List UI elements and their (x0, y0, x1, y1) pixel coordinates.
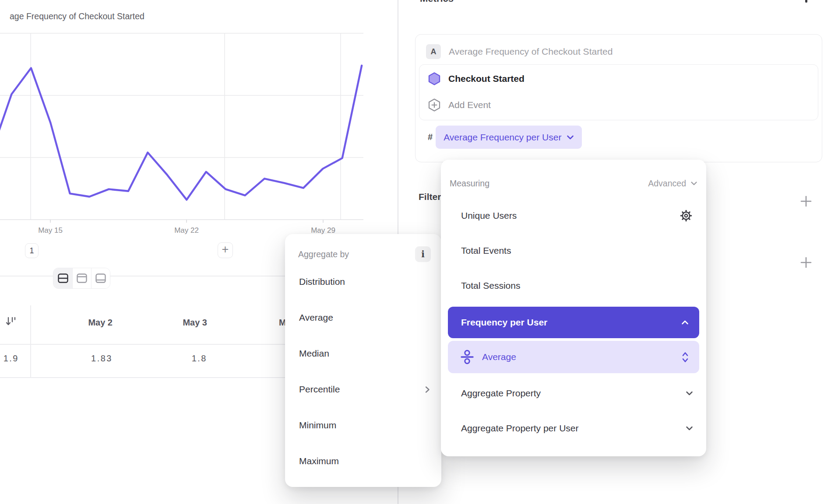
advanced-label: Advanced (648, 178, 686, 189)
measuring-menu: Measuring Advanced Unique Users (441, 160, 706, 456)
split-top-icon (76, 273, 88, 284)
menu-item-label: Percentile (299, 384, 340, 395)
chevron-down-icon (686, 391, 693, 396)
table-column-border (30, 305, 31, 377)
aggregate-by-menu: Aggregate by i Distribution Average Medi… (285, 234, 441, 487)
aggregation-row: # Average Frequency per User (419, 120, 818, 149)
event-name: Checkout Started (448, 74, 525, 84)
table-header-cell[interactable]: May 3 (127, 318, 207, 328)
menu-item-minimum[interactable]: Minimum (285, 407, 441, 443)
trend-line (0, 66, 362, 200)
menu-subitem-label: Average (482, 352, 516, 362)
menu-item-label: Unique Users (461, 210, 517, 221)
split-middle-icon (57, 273, 69, 284)
layout-bottom-button[interactable] (91, 268, 110, 288)
gear-icon[interactable] (679, 209, 693, 223)
menu-item-maximum[interactable]: Maximum (285, 443, 441, 479)
menu-item-average[interactable]: Average (285, 300, 441, 336)
selected-item-label: Frequency per User (461, 317, 547, 328)
menu-item-label: Aggregate Property per User (461, 423, 578, 434)
layout-top-button[interactable] (72, 268, 91, 288)
event-card: Checkout Started Add Event (419, 64, 818, 120)
add-event-row[interactable]: Add Event (419, 93, 818, 120)
event-hexagon-icon (427, 72, 441, 86)
depth-chip[interactable]: 1 (25, 243, 39, 258)
event-row[interactable]: Checkout Started (419, 65, 818, 93)
chevron-right-icon (425, 386, 430, 393)
table-header-cell[interactable]: May 2 (30, 318, 113, 328)
chevron-down-icon (686, 426, 693, 431)
menu-item-unique-users[interactable]: Unique Users (448, 198, 699, 233)
add-filter-button[interactable] (799, 194, 813, 208)
aggregation-pill[interactable]: Average Frequency per User (436, 126, 582, 149)
x-tick-label: May 15 (31, 226, 70, 235)
menu-item-distribution[interactable]: Distribution (285, 264, 441, 300)
menu-item-label: Total Sessions (461, 280, 520, 291)
menu-item-label: Minimum (299, 420, 336, 430)
chevron-up-icon (681, 320, 689, 325)
aggregation-pill-label: Average Frequency per User (444, 132, 561, 143)
menu-item-label: Median (299, 348, 329, 359)
measuring-title: Measuring (450, 178, 489, 189)
menu-item-label: Distribution (299, 276, 345, 287)
table-cell: 1.83 (30, 354, 113, 364)
metric-name: Average Frequency of Checkout Started (449, 46, 613, 57)
x-tick-label: May 29 (303, 226, 343, 235)
filter-section-title: Filter (419, 192, 441, 202)
add-breakdown-button[interactable] (799, 256, 813, 270)
table-cell: 1.8 (127, 354, 207, 364)
menu-item-total-sessions[interactable]: Total Sessions (448, 268, 699, 303)
split-bottom-icon (95, 273, 107, 284)
menu-item-label: Average (299, 312, 333, 323)
metrics-section-title: Metrics (420, 0, 454, 4)
metric-name-row[interactable]: A Average Frequency of Checkout Started (419, 38, 818, 64)
add-event-hexagon-icon (427, 98, 441, 112)
menu-item-frequency-per-user[interactable]: Frequency per User (448, 307, 699, 338)
menu-item-label: Total Events (461, 245, 511, 256)
menu-item-aggregate-property-per-user[interactable]: Aggregate Property per User (448, 411, 699, 446)
metric-letter-badge: A (426, 44, 441, 59)
menu-item-label: Aggregate Property (461, 388, 541, 399)
menu-item-median[interactable]: Median (285, 336, 441, 371)
menu-subitem-average[interactable]: Average (448, 341, 699, 373)
menu-item-aggregate-property[interactable]: Aggregate Property (448, 376, 699, 411)
up-down-chevrons-icon (682, 351, 689, 363)
table-cell: 1.9 (0, 354, 19, 364)
trend-chart (0, 0, 363, 224)
layout-split-button[interactable] (53, 268, 72, 288)
menu-item-percentile[interactable]: Percentile (285, 371, 441, 407)
average-divide-icon (459, 349, 475, 365)
numeric-hash-icon: # (428, 132, 433, 142)
chevron-down-icon (690, 181, 697, 186)
layout-toggle-group (53, 268, 110, 289)
menu-item-label: Maximum (299, 456, 339, 466)
menu-item-total-events[interactable]: Total Events (448, 233, 699, 268)
add-chart-button[interactable]: + (218, 242, 233, 258)
info-icon[interactable]: i (415, 246, 431, 262)
advanced-toggle[interactable]: Advanced (648, 178, 697, 189)
aggregate-by-title: Aggregate by (298, 249, 349, 259)
x-tick-label: May 22 (167, 226, 206, 235)
add-event-label: Add Event (448, 100, 491, 110)
plus-icon (799, 256, 813, 269)
partial-icon-top-right (805, 0, 807, 3)
chevron-down-icon (567, 135, 574, 140)
insights-screen: age Frequency of Checkout Started May 15… (0, 0, 831, 504)
sort-descending-icon[interactable] (5, 316, 18, 329)
plus-icon (799, 195, 813, 208)
metric-card: A Average Frequency of Checkout Started … (415, 34, 822, 162)
